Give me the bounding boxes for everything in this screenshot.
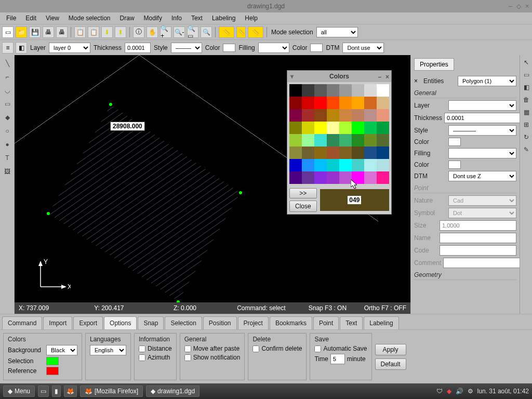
swatch[interactable] <box>314 147 327 159</box>
swatch[interactable] <box>377 122 389 134</box>
show-desktop-icon[interactable]: ▭ <box>38 385 49 397</box>
menu-file[interactable]: File <box>2 13 20 23</box>
confirm-delete-checkbox[interactable] <box>252 345 259 352</box>
style-select[interactable]: ——— <box>171 43 202 53</box>
tab-snap[interactable]: Snap <box>138 316 164 329</box>
tray-network-icon[interactable]: ⚙ <box>468 388 473 395</box>
menu-labeling[interactable]: Labeling <box>208 13 240 23</box>
trash-icon[interactable]: 🗑 <box>521 95 531 105</box>
menu-help[interactable]: Help <box>241 13 262 23</box>
zoom-in-icon[interactable]: 🔍+ <box>160 26 171 38</box>
swatch[interactable] <box>289 134 302 147</box>
polyline-tool-icon[interactable]: ⌐ <box>1 71 14 83</box>
tab-import[interactable]: Import <box>43 316 72 329</box>
menu-text[interactable]: Text <box>187 13 207 23</box>
prop-dtm-select[interactable]: Dont use Z <box>448 171 516 181</box>
swatch[interactable] <box>314 84 327 97</box>
colors-dialog-title[interactable]: ▾ Colors – × <box>287 71 391 82</box>
prop-style-select[interactable]: ———— <box>448 125 516 136</box>
swatch[interactable] <box>314 159 327 171</box>
tab-point[interactable]: Point <box>313 316 339 329</box>
circle-tool-icon[interactable]: ○ <box>1 125 14 137</box>
azimuth-checkbox[interactable] <box>139 354 145 361</box>
ellipse-tool-icon[interactable]: ● <box>1 138 14 151</box>
swatch[interactable] <box>302 147 314 159</box>
firefox-task[interactable]: 🦊 [Mozilla Firefox] <box>80 385 143 397</box>
swatch[interactable] <box>339 97 352 109</box>
swatch[interactable] <box>364 147 377 159</box>
layer-select[interactable]: layer 0 <box>49 43 90 53</box>
eraser-icon[interactable]: ◧ <box>521 82 531 92</box>
swatch[interactable] <box>364 159 377 171</box>
tab-project[interactable]: Project <box>238 316 269 329</box>
rect-tool-icon[interactable]: ▭ <box>1 98 14 110</box>
distance-checkbox[interactable] <box>139 345 145 352</box>
menu-edit[interactable]: Edit <box>21 13 41 23</box>
close-prop-icon[interactable]: × <box>414 77 421 85</box>
dtm-select[interactable]: Dont use <box>342 43 384 53</box>
swatch[interactable] <box>377 171 389 184</box>
print-preview-icon[interactable]: 🖶 <box>56 26 68 38</box>
properties-tab[interactable]: Properties <box>414 58 454 71</box>
colors-dialog[interactable]: ▾ Colors – × >> Close 049 <box>287 70 392 215</box>
prop-color2-swatch[interactable] <box>448 161 461 169</box>
swatch[interactable] <box>302 109 314 122</box>
grid-icon[interactable]: ▦ <box>521 107 531 117</box>
swatch[interactable] <box>302 84 314 97</box>
swatch[interactable] <box>377 84 389 97</box>
swatch[interactable] <box>377 134 389 147</box>
firefox-launcher-icon[interactable]: 🦊 <box>64 385 77 397</box>
layers-icon[interactable]: ≡ <box>2 42 14 54</box>
swatch[interactable] <box>327 159 339 171</box>
mode-select[interactable]: all <box>316 27 358 37</box>
polygon-tool-icon[interactable]: ◆ <box>1 111 14 124</box>
swatch[interactable] <box>352 134 364 147</box>
extend-icon[interactable]: ⊞ <box>521 119 531 130</box>
swatch[interactable] <box>327 122 339 134</box>
start-menu-button[interactable]: ◆ Menu <box>3 385 35 397</box>
ruler3-icon[interactable]: 📏 <box>248 26 263 38</box>
swatch[interactable] <box>302 171 314 184</box>
menu-info[interactable]: Info <box>167 13 186 23</box>
zoom-out-icon[interactable]: 🔍- <box>174 26 185 38</box>
layer-manage-icon[interactable]: ◧ <box>16 42 27 54</box>
swatch[interactable] <box>327 97 339 109</box>
swatch[interactable] <box>302 97 314 109</box>
tab-command[interactable]: Command <box>2 316 42 329</box>
swatch[interactable] <box>377 147 389 159</box>
swatch[interactable] <box>314 109 327 122</box>
language-select[interactable]: English <box>90 345 126 355</box>
line-tool-icon[interactable]: ╲ <box>1 57 14 70</box>
swatch[interactable] <box>352 109 364 122</box>
ruler2-icon[interactable]: 📏 <box>236 26 246 38</box>
arc-tool-icon[interactable]: ◡ <box>1 84 14 97</box>
prop-layer-select[interactable] <box>448 100 516 111</box>
more-colors-button[interactable]: >> <box>289 188 317 198</box>
minimize-icon[interactable]: – <box>509 3 512 10</box>
swatch[interactable] <box>327 171 339 184</box>
tray-shield-icon[interactable]: 🛡 <box>436 388 443 395</box>
print-icon[interactable]: 🖶 <box>43 26 54 38</box>
redo-icon[interactable]: ⬆ <box>115 26 126 38</box>
swatch[interactable] <box>352 84 364 97</box>
tab-position[interactable]: Position <box>203 316 237 329</box>
swatch[interactable] <box>327 134 339 147</box>
swatch[interactable] <box>352 97 364 109</box>
filling-select[interactable] <box>258 43 289 53</box>
swatch[interactable] <box>289 84 302 97</box>
tab-selection[interactable]: Selection <box>165 316 202 329</box>
tab-text[interactable]: Text <box>340 316 363 329</box>
ref-color-swatch[interactable] <box>46 367 59 375</box>
new-icon[interactable]: ▭ <box>2 26 14 38</box>
move-checkbox[interactable] <box>184 345 191 352</box>
swatch[interactable] <box>289 109 302 122</box>
misc-icon[interactable]: ✎ <box>521 144 531 155</box>
swatch[interactable] <box>314 134 327 147</box>
apply-button[interactable]: Apply <box>375 344 406 355</box>
dialog-close-icon[interactable]: × <box>385 73 389 81</box>
swatch[interactable] <box>377 97 389 109</box>
entities-select[interactable]: Polygon (1) <box>458 76 516 86</box>
ruler-icon[interactable]: 📏 <box>219 26 234 38</box>
selection-icon[interactable]: ▭ <box>521 70 531 80</box>
maximize-icon[interactable]: ◇ <box>516 3 521 10</box>
